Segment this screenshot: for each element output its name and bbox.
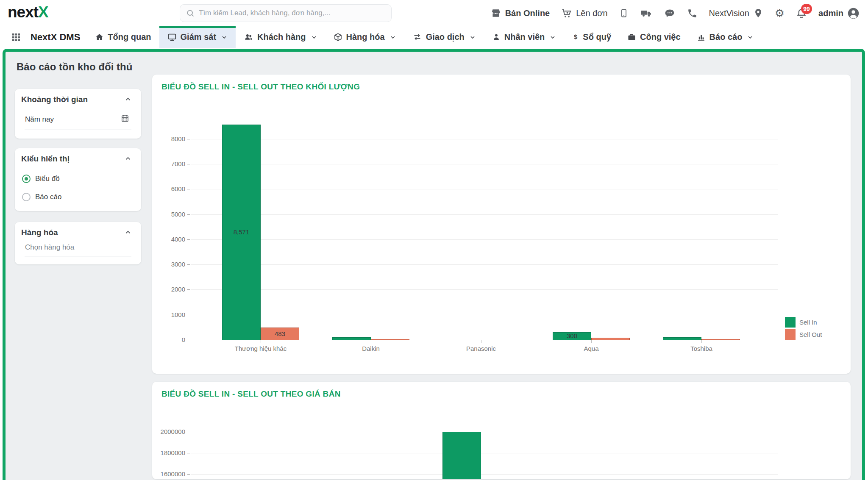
- x-axis-tick: [261, 340, 261, 343]
- nav-item-1[interactable]: Giám sát: [159, 26, 236, 48]
- chat-icon[interactable]: [664, 8, 676, 19]
- x-axis-category-label: Thương hiệu khác: [210, 345, 312, 352]
- briefcase-icon: [627, 33, 636, 42]
- user-name: admin: [818, 8, 843, 18]
- y-axis-tick: [187, 139, 190, 139]
- bar-value-label: 483: [261, 330, 299, 337]
- y-axis-tick-label: 2000000: [152, 428, 185, 435]
- ban-online-button[interactable]: Bán Online: [490, 8, 550, 19]
- gridline: [191, 315, 778, 315]
- truck-icon[interactable]: [640, 8, 653, 19]
- chevron-up-icon[interactable]: [124, 228, 132, 238]
- display-option-0[interactable]: Biểu đồ: [22, 175, 60, 183]
- sell-in-bar: [663, 337, 701, 340]
- nav-item-2[interactable]: Khách hàng: [236, 26, 325, 48]
- bar-value-label: 8,571: [222, 228, 261, 236]
- transactions-icon: [412, 33, 422, 42]
- gridline: [191, 474, 778, 475]
- nav-item-7[interactable]: Công việc: [619, 26, 689, 48]
- x-axis-category-label: Daikin: [320, 345, 422, 352]
- x-axis-tick: [701, 340, 702, 343]
- app-logo[interactable]: nextX: [8, 3, 48, 21]
- monitor-icon: [167, 33, 177, 42]
- nav-item-3[interactable]: Hàng hóa: [326, 26, 404, 48]
- gridline: [191, 340, 778, 340]
- x-axis-category-label: Toshiba: [651, 345, 752, 352]
- logo-text-x: X: [38, 3, 48, 21]
- avatar-icon: [847, 7, 860, 19]
- nav-item-label: Hàng hóa: [346, 32, 385, 42]
- sell-out-bar: [701, 339, 740, 340]
- time-field-underline: [25, 130, 131, 130]
- search-input[interactable]: [199, 9, 377, 17]
- chevron-up-icon[interactable]: [124, 95, 132, 105]
- nav-item-0[interactable]: Tổng quan: [87, 26, 159, 48]
- display-option-1[interactable]: Báo cáo: [22, 193, 61, 201]
- gridline: [191, 164, 778, 164]
- bar-value-label: 300: [553, 332, 591, 339]
- chevron-down-icon: [549, 34, 556, 41]
- account-selector[interactable]: NextVision: [709, 8, 763, 19]
- nav-item-4[interactable]: Giao dịch: [404, 26, 484, 48]
- svg-text:$: $: [574, 33, 577, 40]
- filter-panel-product: Hàng hóa Chọn hàng hóa: [15, 222, 141, 264]
- chevron-down-icon: [389, 34, 396, 41]
- len-don-label: Lên đơn: [576, 8, 607, 18]
- nav-item-label: Giao dịch: [426, 32, 465, 42]
- panel-title-time: Khoảng thời gian: [21, 95, 88, 104]
- chevron-down-icon: [311, 34, 317, 41]
- y-axis-tick: [187, 340, 190, 340]
- x-axis-tick: [591, 340, 592, 343]
- notifications-button[interactable]: 99: [796, 8, 807, 19]
- radio-icon: [22, 193, 31, 201]
- y-axis-tick: [187, 214, 190, 215]
- nav-item-6[interactable]: $Sổ quỹ: [564, 26, 619, 48]
- report-icon: [697, 33, 706, 42]
- y-axis-tick-label: 3000: [152, 261, 185, 268]
- y-axis-tick: [187, 239, 190, 240]
- product-select-placeholder[interactable]: Chọn hàng hóa: [25, 243, 74, 252]
- account-name: NextVision: [709, 8, 749, 18]
- legend-swatch-sell-out: [785, 329, 796, 340]
- y-axis-tick: [187, 474, 190, 475]
- chevron-up-icon[interactable]: [124, 155, 132, 164]
- nav-item-5[interactable]: Nhân viên: [484, 26, 565, 48]
- phone-icon[interactable]: [687, 8, 698, 19]
- notification-badge: 99: [801, 4, 812, 14]
- search-icon: [186, 9, 195, 17]
- y-axis-tick: [187, 315, 190, 315]
- mobile-icon[interactable]: [619, 8, 629, 19]
- user-menu[interactable]: admin: [818, 7, 860, 19]
- gridline: [191, 289, 778, 290]
- home-icon: [95, 33, 104, 42]
- x-axis-tick: [481, 340, 481, 343]
- x-axis-tick: [371, 340, 371, 343]
- chart-card-price: BIỂU ĐỒ SELL IN - SELL OUT THEO GIÁ BÁN …: [152, 382, 851, 479]
- sell-in-bar: [442, 432, 481, 479]
- nav-item-8[interactable]: Báo cáo: [689, 26, 762, 48]
- len-don-button[interactable]: Lên đơn: [561, 8, 607, 19]
- chevron-down-icon: [221, 34, 228, 41]
- content-frame: Báo cáo tồn kho đối thủ Khoảng thời gian…: [3, 49, 865, 480]
- chart-title-price: BIỂU ĐỒ SELL IN - SELL OUT THEO GIÁ BÁN: [161, 389, 341, 399]
- radio-label: Báo cáo: [35, 193, 61, 201]
- panel-title-product: Hàng hóa: [21, 228, 58, 237]
- y-axis-tick-label: 4000: [152, 236, 185, 243]
- apps-grid-icon[interactable]: [11, 32, 21, 42]
- users-icon: [244, 33, 253, 42]
- radio-icon: [22, 175, 31, 183]
- y-axis-tick-label: 5000: [152, 211, 185, 218]
- y-axis-tick: [187, 289, 190, 290]
- header-actions: Bán Online Lên đơn NextVision ⚙: [490, 0, 860, 26]
- top-header: nextX Bán Online Lên đơn: [0, 0, 868, 26]
- calendar-icon[interactable]: [121, 114, 129, 124]
- gridline: [191, 453, 778, 453]
- y-axis-tick-label: 1800000: [152, 449, 185, 456]
- sell-out-bar: [591, 338, 630, 340]
- chart-title-volume: BIỂU ĐỒ SELL IN - SELL OUT THEO KHỐI LƯỢ…: [161, 82, 360, 92]
- x-axis-category-label: Panasonic: [430, 345, 532, 352]
- nav-item-label: Khách hàng: [257, 32, 306, 42]
- time-range-value[interactable]: Năm nay: [25, 115, 54, 124]
- gear-icon[interactable]: ⚙: [775, 8, 785, 19]
- store-icon: [490, 8, 501, 19]
